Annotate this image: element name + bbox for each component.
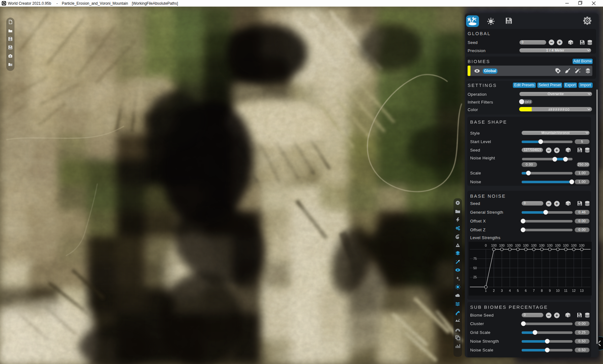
svg-text:100: 100 bbox=[547, 244, 553, 247]
svg-text:100: 100 bbox=[499, 244, 505, 247]
svg-text:100: 100 bbox=[579, 244, 585, 247]
svg-text:100: 100 bbox=[539, 244, 545, 247]
svg-text:6: 6 bbox=[525, 289, 527, 292]
svg-text:9: 9 bbox=[549, 289, 551, 292]
svg-text:100: 100 bbox=[491, 244, 497, 247]
svg-text:4: 4 bbox=[509, 289, 511, 292]
svg-text:12: 12 bbox=[572, 289, 576, 292]
svg-text:2: 2 bbox=[493, 289, 495, 292]
svg-text:11: 11 bbox=[564, 289, 568, 292]
svg-text:10: 10 bbox=[556, 289, 560, 292]
svg-text:100: 100 bbox=[507, 244, 513, 247]
svg-text:100: 100 bbox=[563, 244, 569, 247]
svg-text:100: 100 bbox=[531, 244, 537, 247]
svg-text:100: 100 bbox=[571, 244, 577, 247]
svg-text:1: 1 bbox=[485, 289, 487, 292]
svg-text:3: 3 bbox=[501, 289, 503, 292]
svg-text:7: 7 bbox=[533, 289, 535, 292]
svg-text:13: 13 bbox=[580, 289, 584, 292]
svg-text:25: 25 bbox=[473, 276, 477, 279]
svg-text:8: 8 bbox=[541, 289, 543, 292]
svg-text:75: 75 bbox=[473, 257, 477, 260]
svg-text:5: 5 bbox=[517, 289, 519, 292]
svg-text:0: 0 bbox=[485, 244, 487, 247]
svg-text:100: 100 bbox=[555, 244, 561, 247]
svg-text:100: 100 bbox=[515, 244, 521, 247]
svg-text:50: 50 bbox=[473, 266, 477, 270]
svg-text:100: 100 bbox=[523, 244, 529, 247]
